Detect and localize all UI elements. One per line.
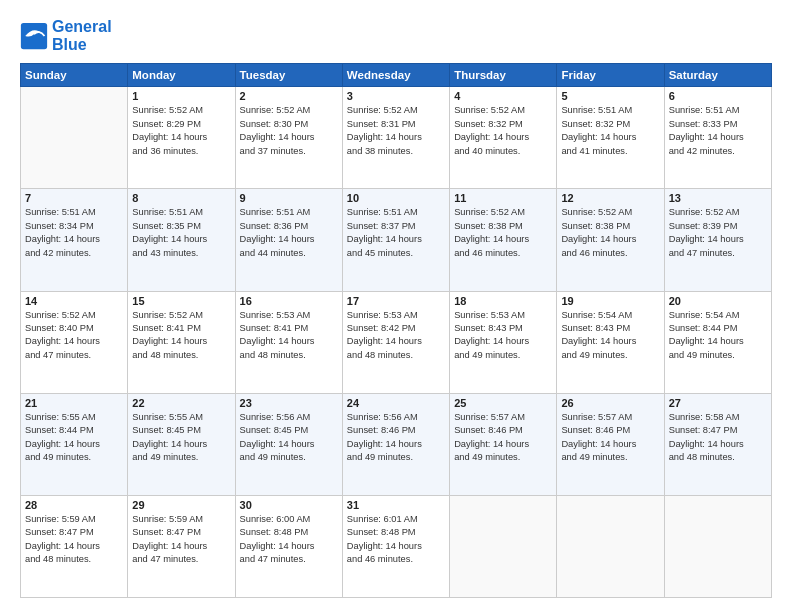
page: General Blue SundayMondayTuesdayWednesda… bbox=[0, 0, 792, 612]
cell-line: Sunset: 8:39 PM bbox=[669, 220, 767, 233]
day-number: 26 bbox=[561, 397, 659, 409]
cell-line: Sunset: 8:47 PM bbox=[669, 424, 767, 437]
cell-line: Daylight: 14 hours bbox=[561, 131, 659, 144]
cell-line: Sunrise: 5:51 AM bbox=[347, 206, 445, 219]
table-row: 5Sunrise: 5:51 AMSunset: 8:32 PMDaylight… bbox=[557, 87, 664, 189]
cell-line: Sunrise: 6:01 AM bbox=[347, 513, 445, 526]
col-header-wednesday: Wednesday bbox=[342, 64, 449, 87]
day-number: 30 bbox=[240, 499, 338, 511]
cell-line: Sunrise: 5:51 AM bbox=[561, 104, 659, 117]
cell-line: Sunset: 8:46 PM bbox=[454, 424, 552, 437]
day-number: 31 bbox=[347, 499, 445, 511]
cell-line: Daylight: 14 hours bbox=[561, 438, 659, 451]
day-number: 17 bbox=[347, 295, 445, 307]
day-number: 15 bbox=[132, 295, 230, 307]
cell-line: and 43 minutes. bbox=[132, 247, 230, 260]
table-row: 15Sunrise: 5:52 AMSunset: 8:41 PMDayligh… bbox=[128, 291, 235, 393]
day-number: 13 bbox=[669, 192, 767, 204]
table-row: 4Sunrise: 5:52 AMSunset: 8:32 PMDaylight… bbox=[450, 87, 557, 189]
cell-line: and 37 minutes. bbox=[240, 145, 338, 158]
day-number: 23 bbox=[240, 397, 338, 409]
cell-line: Daylight: 14 hours bbox=[240, 540, 338, 553]
table-row: 21Sunrise: 5:55 AMSunset: 8:44 PMDayligh… bbox=[21, 393, 128, 495]
cell-line: Sunrise: 5:59 AM bbox=[132, 513, 230, 526]
table-row bbox=[21, 87, 128, 189]
col-header-saturday: Saturday bbox=[664, 64, 771, 87]
cell-line: Daylight: 14 hours bbox=[561, 233, 659, 246]
cell-line: Sunset: 8:47 PM bbox=[132, 526, 230, 539]
cell-line: Sunset: 8:31 PM bbox=[347, 118, 445, 131]
cell-line: and 49 minutes. bbox=[561, 349, 659, 362]
cell-line: and 49 minutes. bbox=[561, 451, 659, 464]
day-number: 27 bbox=[669, 397, 767, 409]
day-number: 16 bbox=[240, 295, 338, 307]
col-header-tuesday: Tuesday bbox=[235, 64, 342, 87]
cell-line: and 42 minutes. bbox=[669, 145, 767, 158]
table-row: 23Sunrise: 5:56 AMSunset: 8:45 PMDayligh… bbox=[235, 393, 342, 495]
cell-line: Sunset: 8:30 PM bbox=[240, 118, 338, 131]
cell-line: Daylight: 14 hours bbox=[240, 335, 338, 348]
cell-line: Sunrise: 5:57 AM bbox=[561, 411, 659, 424]
cell-line: and 46 minutes. bbox=[347, 553, 445, 566]
table-row: 8Sunrise: 5:51 AMSunset: 8:35 PMDaylight… bbox=[128, 189, 235, 291]
table-row: 1Sunrise: 5:52 AMSunset: 8:29 PMDaylight… bbox=[128, 87, 235, 189]
day-number: 8 bbox=[132, 192, 230, 204]
cell-line: and 49 minutes. bbox=[132, 451, 230, 464]
cell-line: and 49 minutes. bbox=[240, 451, 338, 464]
cell-line: Sunrise: 5:54 AM bbox=[561, 309, 659, 322]
cell-line: Sunset: 8:33 PM bbox=[669, 118, 767, 131]
cell-line: and 48 minutes. bbox=[669, 451, 767, 464]
day-number: 7 bbox=[25, 192, 123, 204]
cell-line: and 48 minutes. bbox=[25, 553, 123, 566]
cell-line: Daylight: 14 hours bbox=[454, 335, 552, 348]
cell-line: Sunrise: 5:51 AM bbox=[240, 206, 338, 219]
day-number: 11 bbox=[454, 192, 552, 204]
cell-line: Sunset: 8:43 PM bbox=[561, 322, 659, 335]
table-row: 19Sunrise: 5:54 AMSunset: 8:43 PMDayligh… bbox=[557, 291, 664, 393]
cell-line: Sunset: 8:47 PM bbox=[25, 526, 123, 539]
cell-line: Sunrise: 5:53 AM bbox=[454, 309, 552, 322]
cell-line: Daylight: 14 hours bbox=[240, 438, 338, 451]
cell-line: Sunrise: 6:00 AM bbox=[240, 513, 338, 526]
cell-line: and 42 minutes. bbox=[25, 247, 123, 260]
cell-line: and 49 minutes. bbox=[454, 349, 552, 362]
cell-line: and 45 minutes. bbox=[347, 247, 445, 260]
cell-line: and 40 minutes. bbox=[454, 145, 552, 158]
cell-line: Daylight: 14 hours bbox=[669, 233, 767, 246]
calendar-table: SundayMondayTuesdayWednesdayThursdayFrid… bbox=[20, 63, 772, 598]
cell-line: Sunrise: 5:52 AM bbox=[132, 104, 230, 117]
cell-line: and 48 minutes. bbox=[347, 349, 445, 362]
table-row: 13Sunrise: 5:52 AMSunset: 8:39 PMDayligh… bbox=[664, 189, 771, 291]
cell-line: Daylight: 14 hours bbox=[132, 540, 230, 553]
cell-line: Sunrise: 5:55 AM bbox=[132, 411, 230, 424]
cell-line: Sunset: 8:46 PM bbox=[561, 424, 659, 437]
cell-line: Sunset: 8:32 PM bbox=[561, 118, 659, 131]
day-number: 5 bbox=[561, 90, 659, 102]
day-number: 4 bbox=[454, 90, 552, 102]
cell-line: Sunrise: 5:52 AM bbox=[240, 104, 338, 117]
cell-line: Sunrise: 5:52 AM bbox=[454, 104, 552, 117]
cell-line: Sunset: 8:37 PM bbox=[347, 220, 445, 233]
cell-line: Sunrise: 5:59 AM bbox=[25, 513, 123, 526]
day-number: 22 bbox=[132, 397, 230, 409]
day-number: 12 bbox=[561, 192, 659, 204]
cell-line: Daylight: 14 hours bbox=[454, 438, 552, 451]
cell-line: Sunrise: 5:55 AM bbox=[25, 411, 123, 424]
cell-line: Daylight: 14 hours bbox=[669, 335, 767, 348]
cell-line: Sunrise: 5:52 AM bbox=[347, 104, 445, 117]
table-row: 7Sunrise: 5:51 AMSunset: 8:34 PMDaylight… bbox=[21, 189, 128, 291]
table-row: 6Sunrise: 5:51 AMSunset: 8:33 PMDaylight… bbox=[664, 87, 771, 189]
table-row: 14Sunrise: 5:52 AMSunset: 8:40 PMDayligh… bbox=[21, 291, 128, 393]
cell-line: and 49 minutes. bbox=[25, 451, 123, 464]
cell-line: Sunrise: 5:52 AM bbox=[561, 206, 659, 219]
day-number: 3 bbox=[347, 90, 445, 102]
cell-line: and 47 minutes. bbox=[669, 247, 767, 260]
col-header-thursday: Thursday bbox=[450, 64, 557, 87]
cell-line: Daylight: 14 hours bbox=[561, 335, 659, 348]
cell-line: Sunset: 8:41 PM bbox=[240, 322, 338, 335]
cell-line: Daylight: 14 hours bbox=[25, 233, 123, 246]
table-row: 28Sunrise: 5:59 AMSunset: 8:47 PMDayligh… bbox=[21, 495, 128, 597]
col-header-friday: Friday bbox=[557, 64, 664, 87]
cell-line: Daylight: 14 hours bbox=[347, 438, 445, 451]
cell-line: and 49 minutes. bbox=[347, 451, 445, 464]
